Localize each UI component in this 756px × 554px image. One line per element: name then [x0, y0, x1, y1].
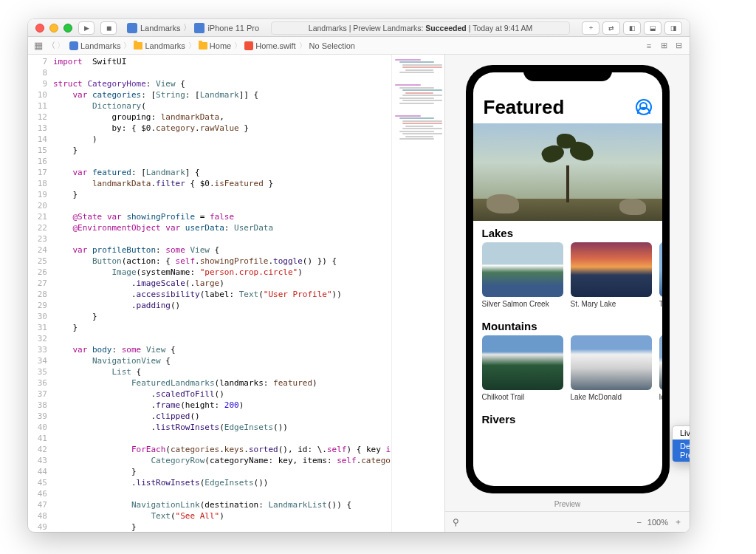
category-header: Mountains: [473, 314, 662, 335]
landmark-thumbnail: [659, 335, 662, 390]
zoom-in-icon[interactable]: ＋: [674, 516, 682, 527]
related-items-icon[interactable]: ▦: [34, 40, 43, 51]
preview-context-menu: Live Preview Debug Preview: [672, 425, 690, 462]
zoom-level[interactable]: 100%: [647, 518, 668, 527]
xcode-window: ▶ ◼ Landmarks 〉 iPhone 11 Pro Landmarks …: [28, 19, 690, 532]
landmark-name: Lake McDonald: [571, 393, 652, 401]
app-icon: [127, 23, 137, 33]
run-button[interactable]: ▶: [78, 21, 94, 35]
profile-button-icon[interactable]: [636, 99, 652, 115]
minimize-icon[interactable]: [49, 24, 58, 33]
titlebar: ▶ ◼ Landmarks 〉 iPhone 11 Pro Landmarks …: [28, 19, 690, 37]
breadcrumb-item[interactable]: Landmarks: [134, 41, 185, 50]
status-time: Today at 9:41 AM: [472, 24, 532, 33]
landmark-card[interactable]: Twi: [659, 242, 662, 308]
code-editor[interactable]: 7891011121314151617181920212223242526272…: [28, 55, 391, 532]
landmark-card[interactable]: St. Mary Lake: [571, 242, 652, 308]
breadcrumb-item[interactable]: Home: [199, 41, 231, 50]
canvas-footer: ⚲ − 100% ＋: [445, 511, 690, 532]
landmark-card[interactable]: Icy: [659, 335, 662, 401]
swift-file-icon: [244, 41, 253, 50]
editor-options-icon[interactable]: ≡: [644, 41, 654, 51]
status-prefix: Landmarks | Preview Landmarks:: [309, 24, 424, 33]
device-notch: [523, 65, 612, 81]
folder-icon: [199, 42, 207, 49]
code-content[interactable]: import SwiftUI struct CategoryHome: View…: [53, 55, 391, 532]
device-icon: [194, 23, 205, 33]
breadcrumb-item[interactable]: Landmarks: [69, 41, 120, 50]
landmark-name: Twi: [659, 300, 662, 308]
app-nav-title: Featured: [484, 96, 652, 119]
landmark-name: St. Mary Lake: [571, 300, 652, 308]
landmark-card[interactable]: Silver Salmon Creek: [482, 242, 563, 308]
landmark-name: Silver Salmon Creek: [482, 300, 563, 308]
scheme-selector[interactable]: Landmarks 〉 iPhone 11 Pro: [127, 22, 259, 33]
stop-button[interactable]: ◼: [100, 21, 117, 35]
device-frame: Featured LakesSilver Salmon CreekSt. Mar…: [466, 65, 670, 493]
chevron-right-icon: 〉: [299, 41, 306, 51]
chevron-right-icon: 〉: [188, 41, 196, 51]
category-header: Rivers: [473, 407, 662, 428]
featured-hero-image[interactable]: [473, 123, 662, 221]
chevron-right-icon: 〉: [123, 41, 131, 51]
line-gutter: 7891011121314151617181920212223242526272…: [28, 55, 53, 532]
breadcrumb-item[interactable]: Home.swift: [244, 41, 295, 50]
menu-item-live-preview[interactable]: Live Preview: [673, 426, 690, 440]
category-header: Lakes: [473, 221, 662, 242]
category-row[interactable]: Chilkoot TrailLake McDonaldIcy: [473, 335, 662, 407]
landmark-thumbnail: [571, 335, 652, 390]
landmark-thumbnail: [482, 335, 563, 390]
menu-item-debug-preview[interactable]: Debug Preview: [673, 440, 690, 462]
nav-forward-icon[interactable]: 〉: [57, 40, 65, 51]
add-editor-icon[interactable]: ⊟: [673, 41, 684, 51]
landmark-card[interactable]: Chilkoot Trail: [482, 335, 563, 401]
scheme-device: iPhone 11 Pro: [207, 24, 259, 33]
scheme-project: Landmarks: [140, 24, 180, 33]
landmark-card[interactable]: Lake McDonald: [571, 335, 652, 401]
main-area: 7891011121314151617181920212223242526272…: [28, 55, 690, 532]
chevron-right-icon: 〉: [183, 22, 191, 33]
status-result: Succeeded: [425, 24, 466, 33]
breadcrumb[interactable]: Landmarks〉Landmarks〉Home〉Home.swift〉No S…: [69, 41, 355, 51]
category-row[interactable]: Silver Salmon CreekSt. Mary LakeTwi: [473, 242, 662, 314]
preview-canvas: Featured LakesSilver Salmon CreekSt. Mar…: [444, 55, 690, 532]
maximize-icon[interactable]: [63, 24, 72, 33]
landmark-name: Chilkoot Trail: [482, 393, 563, 401]
adjust-editor-icon[interactable]: ⊞: [659, 41, 669, 51]
project-icon: [69, 41, 78, 50]
jump-bar: ▦ 〈〉 Landmarks〉Landmarks〉Home〉Home.swift…: [28, 37, 690, 55]
app-screen[interactable]: Featured LakesSilver Salmon CreekSt. Mar…: [473, 72, 662, 486]
panel-bottom-icon[interactable]: ⬓: [644, 21, 662, 35]
folder-icon: [134, 42, 142, 49]
chevron-right-icon: 〉: [234, 41, 241, 51]
landmark-name: Icy: [659, 393, 662, 401]
add-button[interactable]: ＋: [582, 21, 599, 35]
traffic-lights: [35, 24, 72, 33]
minimap[interactable]: [391, 55, 444, 532]
zoom-out-icon[interactable]: −: [636, 518, 641, 527]
landmark-thumbnail: [571, 242, 652, 297]
landmark-thumbnail: [482, 242, 563, 297]
landmark-thumbnail: [659, 242, 662, 297]
panel-left-icon[interactable]: ◧: [623, 21, 641, 35]
pin-icon[interactable]: ⚲: [453, 517, 459, 527]
activity-status: Landmarks | Preview Landmarks: Succeeded…: [271, 21, 570, 35]
panel-right-icon[interactable]: ◨: [664, 21, 682, 35]
close-icon[interactable]: [35, 24, 44, 33]
breadcrumb-item[interactable]: No Selection: [309, 41, 355, 50]
library-button[interactable]: ⇄: [602, 21, 620, 35]
preview-label: Preview: [445, 497, 690, 511]
nav-back-icon[interactable]: 〈: [47, 40, 55, 51]
